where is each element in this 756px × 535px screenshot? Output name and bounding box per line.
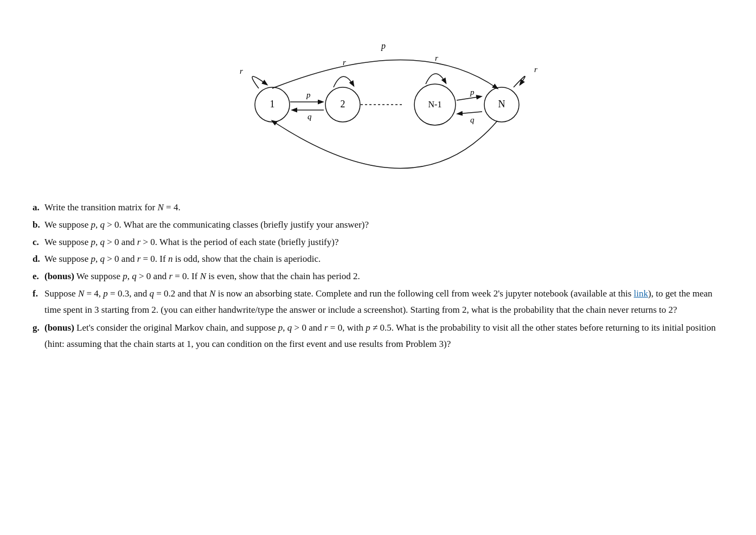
question-f: f. Suppose N = 4, p = 0.3, and q = 0.2 a… <box>33 286 723 318</box>
label-a: a. <box>33 199 44 216</box>
diagram-container: p q 1 r p q 2 r N-1 r p <box>33 31 723 183</box>
svg-text:r: r <box>534 65 537 74</box>
svg-text:r: r <box>343 58 346 67</box>
svg-text:p: p <box>306 91 311 99</box>
svg-text:N: N <box>498 99 505 109</box>
question-g: g. (bonus) Let's consider the original M… <box>33 320 723 352</box>
label-b: b. <box>33 217 44 233</box>
questions-container: a. Write the transition matrix for N = 4… <box>33 199 723 352</box>
text-c: We suppose p, q > 0 and r > 0. What is t… <box>44 234 723 250</box>
question-d: d. We suppose p, q > 0 and r = 0. If n i… <box>33 251 723 267</box>
svg-text:N-1: N-1 <box>428 100 442 109</box>
svg-text:r: r <box>240 67 243 75</box>
text-e: (bonus) We suppose p, q > 0 and r = 0. I… <box>44 268 723 285</box>
label-f: f. <box>33 286 44 302</box>
svg-text:p: p <box>381 41 386 51</box>
text-f: Suppose N = 4, p = 0.3, and q = 0.2 and … <box>44 286 723 318</box>
question-e: e. (bonus) We suppose p, q > 0 and r = 0… <box>33 268 723 285</box>
notebook-link[interactable]: link <box>634 288 648 299</box>
svg-text:2: 2 <box>341 99 345 109</box>
label-e: e. <box>33 268 44 285</box>
question-c: c. We suppose p, q > 0 and r > 0. What i… <box>33 234 723 250</box>
question-a: a. Write the transition matrix for N = 4… <box>33 199 723 216</box>
text-a: Write the transition matrix for N = 4. <box>44 199 723 216</box>
svg-text:p: p <box>470 88 475 96</box>
svg-text:r: r <box>435 54 438 62</box>
text-g: (bonus) Let's consider the original Mark… <box>44 320 723 352</box>
text-b: We suppose p, q > 0. What are the commun… <box>44 217 723 233</box>
label-c: c. <box>33 234 44 250</box>
svg-text:q: q <box>470 115 475 124</box>
svg-text:q: q <box>307 112 312 121</box>
text-d: We suppose p, q > 0 and r = 0. If n is o… <box>44 251 723 267</box>
question-b: b. We suppose p, q > 0. What are the com… <box>33 217 723 233</box>
label-d: d. <box>33 251 44 267</box>
svg-text:1: 1 <box>270 99 275 109</box>
label-g: g. <box>33 320 44 336</box>
markov-diagram: p q 1 r p q 2 r N-1 r p <box>188 37 568 178</box>
